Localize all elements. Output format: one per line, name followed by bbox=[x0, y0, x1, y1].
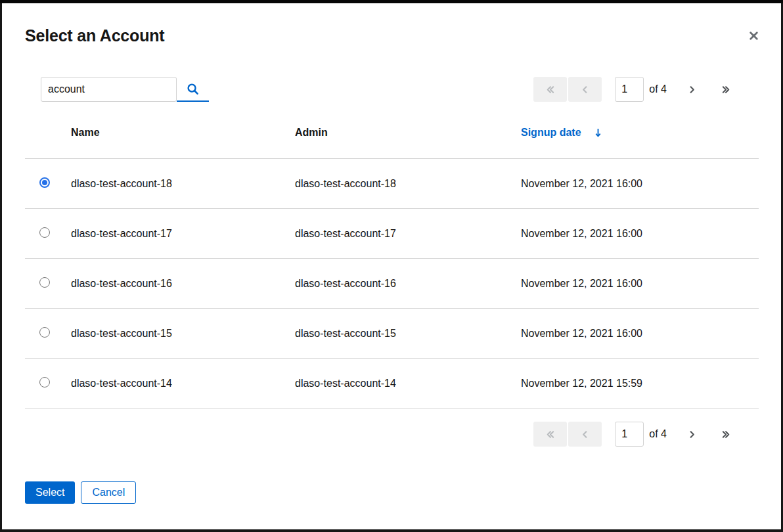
angle-double-left-icon bbox=[545, 85, 555, 95]
column-header-name: Name bbox=[71, 115, 295, 159]
search-group bbox=[41, 77, 209, 102]
angle-left-icon bbox=[580, 85, 590, 95]
row-radio[interactable] bbox=[39, 377, 50, 388]
select-button[interactable]: Select bbox=[25, 481, 75, 504]
row-radio[interactable] bbox=[39, 227, 50, 238]
row-radio[interactable] bbox=[39, 327, 50, 338]
cell-name: dlaso-test-account-16 bbox=[71, 259, 295, 309]
cell-name: dlaso-test-account-18 bbox=[71, 159, 295, 209]
row-radio[interactable] bbox=[39, 277, 50, 288]
row-radio[interactable] bbox=[39, 177, 50, 188]
previous-page-button bbox=[568, 422, 602, 447]
current-page-input[interactable] bbox=[615, 77, 644, 102]
cell-admin: dlaso-test-account-15 bbox=[295, 309, 521, 359]
last-page-button[interactable] bbox=[711, 77, 740, 102]
pagination-top: of 4 bbox=[533, 77, 740, 102]
search-icon bbox=[187, 83, 199, 95]
table-row: dlaso-test-account-17 dlaso-test-account… bbox=[25, 209, 759, 259]
cell-signup-date: November 12, 2021 16:00 bbox=[521, 309, 759, 359]
select-account-modal: Select an Account bbox=[2, 3, 781, 529]
cell-signup-date: November 12, 2021 16:00 bbox=[521, 159, 759, 209]
column-label-name: Name bbox=[71, 127, 100, 138]
column-label-signup-date: Signup date bbox=[521, 127, 581, 139]
first-page-button bbox=[533, 422, 567, 447]
cell-admin: dlaso-test-account-18 bbox=[295, 159, 521, 209]
next-page-button[interactable] bbox=[677, 77, 706, 102]
sort-signup-date-button[interactable]: Signup date bbox=[521, 127, 602, 139]
modal-footer: Select Cancel bbox=[2, 481, 781, 504]
first-page-button bbox=[533, 77, 567, 102]
table-row: dlaso-test-account-18 dlaso-test-account… bbox=[25, 159, 759, 209]
angle-double-right-icon bbox=[721, 430, 731, 439]
page-count-label: of 4 bbox=[649, 428, 667, 440]
table-row: dlaso-test-account-15 dlaso-test-account… bbox=[25, 309, 759, 359]
cell-signup-date: November 12, 2021 15:59 bbox=[521, 359, 759, 409]
cell-name: dlaso-test-account-15 bbox=[71, 309, 295, 359]
column-label-admin: Admin bbox=[295, 127, 328, 138]
table-row: dlaso-test-account-14 dlaso-test-account… bbox=[25, 359, 759, 409]
toolbar: of 4 bbox=[2, 77, 781, 102]
cell-signup-date: November 12, 2021 16:00 bbox=[521, 209, 759, 259]
search-input[interactable] bbox=[41, 77, 177, 102]
angle-right-icon bbox=[687, 85, 697, 95]
cancel-button[interactable]: Cancel bbox=[81, 481, 136, 504]
previous-page-button bbox=[568, 77, 602, 102]
column-header-radio bbox=[25, 115, 71, 159]
angle-left-icon bbox=[580, 430, 590, 439]
cell-admin: dlaso-test-account-16 bbox=[295, 259, 521, 309]
cell-signup-date: November 12, 2021 16:00 bbox=[521, 259, 759, 309]
angle-double-right-icon bbox=[721, 85, 731, 95]
column-header-admin: Admin bbox=[295, 115, 521, 159]
last-page-button[interactable] bbox=[711, 422, 740, 447]
search-button[interactable] bbox=[177, 77, 209, 102]
sort-arrow-down-icon bbox=[594, 127, 602, 138]
cell-name: dlaso-test-account-17 bbox=[71, 209, 295, 259]
table-row: dlaso-test-account-16 dlaso-test-account… bbox=[25, 259, 759, 309]
angle-double-left-icon bbox=[545, 430, 555, 439]
accounts-table: Name Admin Signup date bbox=[25, 115, 759, 409]
cell-name: dlaso-test-account-14 bbox=[71, 359, 295, 409]
page-count-label: of 4 bbox=[649, 83, 667, 95]
column-header-signup-date: Signup date bbox=[521, 115, 759, 159]
cell-admin: dlaso-test-account-14 bbox=[295, 359, 521, 409]
modal-header: Select an Account bbox=[2, 3, 781, 46]
next-page-button[interactable] bbox=[677, 422, 706, 447]
close-icon bbox=[749, 31, 759, 41]
table-header-row: Name Admin Signup date bbox=[25, 115, 759, 159]
current-page-input[interactable] bbox=[615, 422, 644, 447]
pagination-bottom: of 4 bbox=[2, 422, 781, 447]
modal-title: Select an Account bbox=[25, 25, 758, 46]
angle-right-icon bbox=[687, 430, 697, 439]
close-button[interactable] bbox=[746, 28, 761, 43]
cell-admin: dlaso-test-account-17 bbox=[295, 209, 521, 259]
